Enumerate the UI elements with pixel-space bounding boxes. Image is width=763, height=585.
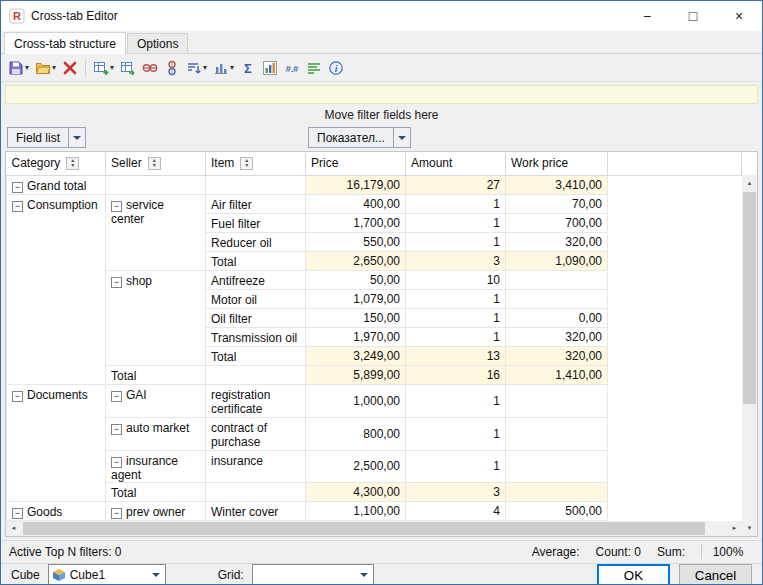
table-plus-button[interactable]: ▾ xyxy=(90,56,117,80)
column-header-work-price[interactable]: Work price xyxy=(506,152,608,175)
indicators-button[interactable]: Показател... xyxy=(308,127,411,148)
grid-filler-cell xyxy=(608,251,742,270)
delete-button[interactable] xyxy=(59,56,81,80)
column-header-category[interactable]: Category ▴▾ xyxy=(7,152,106,175)
collapse-icon[interactable]: − xyxy=(111,201,122,212)
join-circles-icon xyxy=(142,60,158,76)
collapse-icon[interactable]: − xyxy=(111,391,122,402)
scroll-right-button[interactable]: ► xyxy=(727,521,742,536)
collapse-icon[interactable]: − xyxy=(111,424,122,435)
scroll-down-button[interactable]: ▼ xyxy=(742,521,757,536)
dropdown-arrow-icon[interactable]: ▾ xyxy=(203,63,207,72)
chevron-down-icon[interactable] xyxy=(148,565,165,585)
save-button[interactable]: ▾ xyxy=(5,56,32,80)
row-header-label: Documents xyxy=(27,388,88,402)
collapse-icon[interactable]: − xyxy=(111,508,122,519)
vertical-scroll-thumb[interactable] xyxy=(743,192,756,404)
horizontal-scroll-thumb[interactable] xyxy=(23,522,705,535)
horizontal-scrollbar[interactable]: ◄ ► xyxy=(6,521,742,536)
price-cell: 800,00 xyxy=(306,417,406,450)
dropdown-arrow-icon[interactable]: ▾ xyxy=(52,63,56,72)
field-list-dropdown[interactable] xyxy=(68,128,85,147)
grid-select[interactable] xyxy=(252,564,374,585)
sort-icon[interactable]: ▴▾ xyxy=(148,157,161,170)
sort-descending-button[interactable]: ▾ xyxy=(183,56,210,80)
field-list-button[interactable]: Field list xyxy=(7,127,86,148)
work-price-cell xyxy=(506,270,608,289)
ok-button[interactable]: OK xyxy=(597,564,670,585)
amount-cell: 1 xyxy=(406,450,506,482)
grid-header-row: Category ▴▾ Seller ▴▾ Item ▴▾ Price Amou… xyxy=(7,152,742,175)
maximize-button[interactable]: □ xyxy=(670,1,716,31)
tab-label: Options xyxy=(137,37,178,51)
vertical-scrollbar[interactable]: ▲ ▼ xyxy=(742,175,757,536)
item-cell xyxy=(206,482,306,501)
grid-row: −Goods−prev ownerWinter cover1,100,00450… xyxy=(7,501,742,520)
close-icon: × xyxy=(735,8,743,24)
histogram-button[interactable]: ▾ xyxy=(210,56,237,80)
column-header-amount[interactable]: Amount xyxy=(406,152,506,175)
item-cell: Winter cover xyxy=(206,501,306,520)
active-filters-text: Active Top N filters: 0 xyxy=(9,545,122,559)
script-lines-button[interactable] xyxy=(303,56,325,80)
indicators-dropdown[interactable] xyxy=(393,128,410,147)
row-header-label: GAI xyxy=(126,388,147,402)
work-price-cell: 3,410,00 xyxy=(506,175,608,194)
swap-circles-button[interactable] xyxy=(161,56,183,80)
collapse-icon[interactable]: − xyxy=(111,457,122,468)
chevron-down-icon xyxy=(73,136,81,140)
seller-cell: −auto market xyxy=(106,417,206,450)
row-header-label: Transmission oil xyxy=(211,331,297,345)
indicators-label: Показател... xyxy=(309,128,393,147)
collapse-icon[interactable]: − xyxy=(111,277,122,288)
work-price-cell: 320,00 xyxy=(506,232,608,251)
svg-text:Σ: Σ xyxy=(244,60,252,75)
info-button[interactable]: i xyxy=(325,56,347,80)
dropdown-arrow-icon[interactable]: ▾ xyxy=(230,63,234,72)
number-format-button[interactable]: #.# xyxy=(281,56,303,80)
item-cell: Fuel filter xyxy=(206,213,306,232)
filter-drop-area[interactable] xyxy=(5,85,758,104)
item-cell: contract of purchase xyxy=(206,417,306,450)
chevron-down-icon[interactable] xyxy=(356,565,373,585)
column-header-item[interactable]: Item ▴▾ xyxy=(206,152,306,175)
sort-icon[interactable]: ▴▾ xyxy=(240,157,253,170)
close-button[interactable]: × xyxy=(716,1,762,31)
work-price-cell xyxy=(506,450,608,482)
amount-cell: 1 xyxy=(406,289,506,308)
collapse-icon[interactable]: − xyxy=(12,391,23,402)
collapse-icon[interactable]: − xyxy=(12,201,23,212)
cube-icon xyxy=(52,568,66,582)
row-header-label: prev owner xyxy=(126,505,185,519)
dropdown-arrow-icon[interactable]: ▾ xyxy=(25,63,29,72)
grid-filler-cell xyxy=(608,232,742,251)
item-cell: Air filter xyxy=(206,194,306,213)
collapse-icon[interactable]: − xyxy=(12,508,23,519)
chart-button[interactable] xyxy=(259,56,281,80)
scroll-up-button[interactable]: ▲ xyxy=(742,175,757,190)
maximize-icon: □ xyxy=(689,8,697,24)
horizontal-scroll-track[interactable] xyxy=(21,521,727,536)
table-arrow-button[interactable] xyxy=(117,56,139,80)
cancel-button[interactable]: Cancel xyxy=(679,564,752,585)
average-text: Average: xyxy=(532,545,580,559)
tab-cross-tab-structure[interactable]: Cross-tab structure xyxy=(4,32,126,54)
column-header-seller[interactable]: Seller ▴▾ xyxy=(106,152,206,175)
row-header-label: Reducer oil xyxy=(211,236,272,250)
join-circles-button[interactable] xyxy=(139,56,161,80)
sort-icon[interactable]: ▴▾ xyxy=(66,157,79,170)
price-cell: 5,899,00 xyxy=(306,365,406,384)
scroll-left-button[interactable]: ◄ xyxy=(6,521,21,536)
column-header-label: Price xyxy=(311,156,338,170)
grid-filler-cell xyxy=(608,194,742,213)
dropdown-arrow-icon[interactable]: ▾ xyxy=(110,63,114,72)
collapse-icon[interactable]: − xyxy=(12,182,23,193)
vertical-scroll-track[interactable] xyxy=(742,190,757,521)
minimize-button[interactable]: − xyxy=(624,1,670,31)
open-button[interactable]: ▾ xyxy=(32,56,59,80)
grid-label: Grid: xyxy=(218,568,244,582)
sigma-button[interactable]: Σ xyxy=(237,56,259,80)
cube-select[interactable]: Cube1 xyxy=(48,564,166,585)
tab-options[interactable]: Options xyxy=(127,33,188,53)
column-header-price[interactable]: Price xyxy=(306,152,406,175)
